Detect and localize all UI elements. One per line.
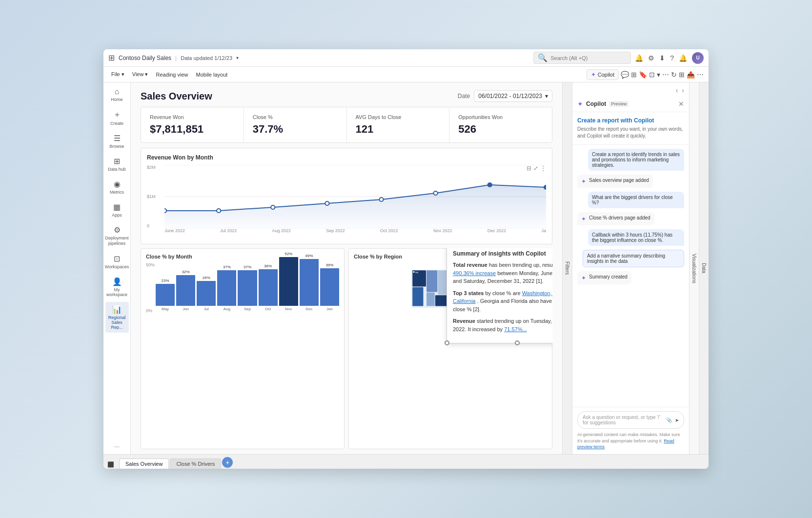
kpi-revenue-value: $7,811,851 xyxy=(150,123,235,136)
copilot-preview-badge: Preview xyxy=(609,101,629,107)
bar-y-label-0: 0% xyxy=(146,308,152,313)
grid-icon[interactable]: ⊞ xyxy=(108,53,115,62)
y-label-0: 0 xyxy=(147,223,164,228)
filter2-icon[interactable]: ⊡ xyxy=(649,71,655,79)
sidebar-item-create[interactable]: ＋ Create xyxy=(105,107,129,129)
avatar[interactable]: U xyxy=(692,52,704,64)
dropdown-chevron-icon[interactable]: ▾ xyxy=(236,55,239,60)
sidebar-item-datahub[interactable]: ⊞ Data hub xyxy=(105,154,129,175)
search-input[interactable] xyxy=(550,55,619,61)
ellipsis-icon[interactable]: ⋯ xyxy=(697,71,704,79)
date-value-dropdown[interactable]: 06/01/2022 - 01/12/2023 ▾ xyxy=(474,90,552,102)
close-by-month-card: Close % by Month 50% 0% 23% May 32% xyxy=(141,248,345,449)
revenue-line-chart: $2M $1M 0 xyxy=(147,165,546,238)
regional-icon: 📊 xyxy=(112,305,122,314)
sidebar-item-apps[interactable]: ▦ Apps xyxy=(105,199,129,220)
download-icon[interactable]: ⬇ xyxy=(659,54,665,62)
copilot-button[interactable]: ✦ Copilot xyxy=(587,69,619,80)
chart-filter-icon[interactable]: ⊟ xyxy=(527,165,531,172)
insight-71-link[interactable]: 71.57%... xyxy=(504,326,527,332)
search-box[interactable]: 🔍 xyxy=(533,52,631,64)
report-header: Sales Overview Date 06/01/2022 - 01/12/2… xyxy=(131,82,562,107)
x-label-jul: Jul 2022 xyxy=(220,228,237,238)
copilot-close-btn[interactable]: ✕ xyxy=(678,100,684,108)
kpi-avg-label: AVG Days to Close xyxy=(356,114,441,120)
bar-dec-pct: 49% xyxy=(305,254,313,258)
tab-close-drivers-label: Close % Drivers xyxy=(176,461,215,467)
chat-msg-3: What are the biggest drivers for close %… xyxy=(588,192,684,208)
bar-dec-bar xyxy=(300,259,319,306)
svg-point-6 xyxy=(325,201,329,205)
app-title: Contoso Daily Sales xyxy=(119,55,171,61)
chat-msg-2: ✦ Sales overview page added xyxy=(577,175,653,188)
sidebar-item-myworkspace[interactable]: 👤 My workspace xyxy=(105,274,129,300)
viz-panel[interactable]: Visualizations xyxy=(689,82,699,454)
sidebar-item-regional[interactable]: 📊 Regional Sales Rep... xyxy=(105,302,129,333)
sidebar-item-home[interactable]: ⌂ Home xyxy=(105,84,129,105)
insight-490-link[interactable]: 490.36% increase xyxy=(453,270,496,276)
chat-attach-icon[interactable]: 📎 xyxy=(666,418,672,423)
share-icon[interactable]: 📤 xyxy=(687,71,695,79)
view-menu[interactable]: View ▾ xyxy=(129,70,151,79)
bar-aug: 37% Aug xyxy=(217,265,236,311)
grid2-icon[interactable]: ⊞ xyxy=(679,71,685,79)
tab-add-btn[interactable]: + xyxy=(222,457,233,468)
tab-close-drivers[interactable]: Close % Drivers xyxy=(170,458,221,469)
resize-handle-bl[interactable] xyxy=(445,340,449,345)
copilot-btn-label: Copilot xyxy=(598,72,614,78)
bookmark-icon[interactable]: 🔖 xyxy=(639,71,647,79)
resize-handle-bc[interactable] xyxy=(515,340,520,345)
ai-msg-icon2: ✦ xyxy=(581,216,586,222)
mobile-layout-btn[interactable]: Mobile layout xyxy=(193,71,231,79)
copilot-header-left: ✦ Copilot Preview xyxy=(577,100,629,108)
chat-msg-6-text: Summary created xyxy=(589,274,628,279)
main-area: ⌂ Home ＋ Create ☰ Browse ⊞ Data hub ◉ Me… xyxy=(103,82,709,454)
view-toggle-icon[interactable]: ⊞ xyxy=(631,71,637,79)
sidebar-more-btn[interactable]: ··· xyxy=(110,438,124,454)
sidebar-item-apps-label: Apps xyxy=(112,213,122,218)
bell-icon[interactable]: 🔔 xyxy=(635,54,643,62)
chat-input-box[interactable]: Ask a question or request, or type '/' f… xyxy=(577,411,684,429)
chart-more-icon[interactable]: ⋮ xyxy=(540,165,546,172)
chat-send-icon[interactable]: ➤ xyxy=(675,418,679,423)
toolbar: File ▾ View ▾ Reading view Mobile layout… xyxy=(103,67,709,82)
date-chevron-icon: ▾ xyxy=(545,93,548,100)
bar-jan: 39% Jan xyxy=(320,263,339,311)
feedback-icon[interactable]: 🔔 xyxy=(679,54,687,62)
comment-icon[interactable]: 💬 xyxy=(621,71,629,79)
sidebar: ⌂ Home ＋ Create ☰ Browse ⊞ Data hub ◉ Me… xyxy=(103,82,131,454)
reading-view-btn[interactable]: Reading view xyxy=(153,71,191,79)
chat-suggestion-1[interactable]: Add a narrative summary describing insig… xyxy=(583,250,684,267)
sidebar-item-metrics[interactable]: ◉ Metrics xyxy=(105,177,129,198)
settings-icon[interactable]: ⚙ xyxy=(648,54,654,62)
data-panel[interactable]: Data xyxy=(699,82,709,454)
bar-oct: 38% Oct xyxy=(259,264,278,311)
chart-expand-icon[interactable]: ⤢ xyxy=(533,165,538,172)
collapse-right-icon[interactable]: › xyxy=(680,84,686,96)
ai-disclaimer: AI-generated content can make mistakes. … xyxy=(577,432,684,450)
create-report-label[interactable]: Create a report with Copilot xyxy=(577,117,684,124)
wa-dot xyxy=(413,271,414,273)
powerbi-logo: ⬛ xyxy=(107,461,114,468)
browse-icon: ☰ xyxy=(114,134,121,143)
svg-point-10 xyxy=(544,185,546,189)
bar-dec-label: Dec xyxy=(305,307,312,311)
chart-x-labels: June 2022 Jul 2022 Aug 2022 Sep 2022 Oct… xyxy=(164,228,546,238)
file-menu[interactable]: File ▾ xyxy=(108,70,127,79)
kpi-close-pct: Close % 37.7% xyxy=(244,107,347,142)
refresh-icon[interactable]: ↻ xyxy=(671,71,677,79)
sidebar-item-workspaces[interactable]: ⊡ Workspaces xyxy=(105,251,129,272)
sidebar-item-browse[interactable]: ☰ Browse xyxy=(105,131,129,152)
insight-para1-text: has been trending up, resulting in a xyxy=(489,262,552,268)
sidebar-item-deployment[interactable]: ⚙ Deployment pipelines xyxy=(105,222,129,249)
chat-msg-2-text: Sales overview page added xyxy=(589,178,649,183)
filters-panel[interactable]: Filters xyxy=(562,82,572,454)
format-icon[interactable]: ▾ xyxy=(657,71,660,79)
chat-msg-6: ✦ Summary created xyxy=(577,271,631,284)
more-options-icon[interactable]: ⋯ xyxy=(662,71,669,79)
help-icon[interactable]: ? xyxy=(670,54,674,62)
collapse-left-icon[interactable]: ‹ xyxy=(674,84,680,96)
insight-revenue2-bold: Revenue xyxy=(453,318,475,324)
tab-sales-overview[interactable]: Sales Overview xyxy=(119,458,169,469)
bar-jul: 26% Jul xyxy=(197,276,216,311)
